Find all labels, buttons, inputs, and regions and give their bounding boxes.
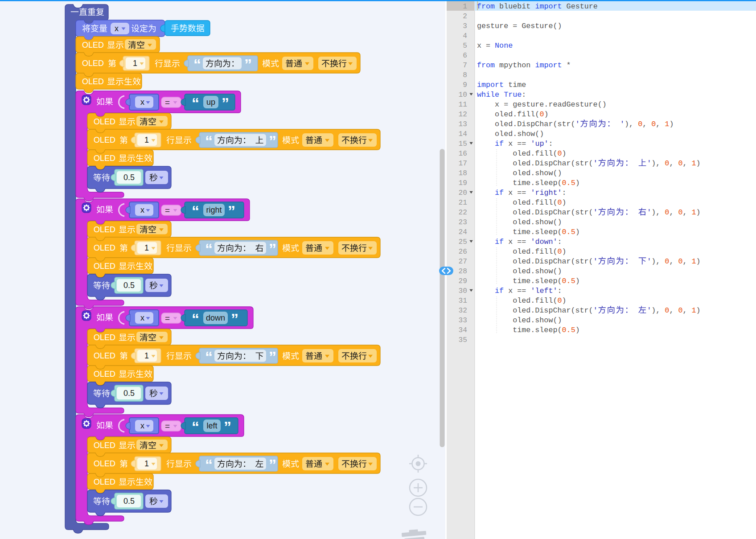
svg-text:1: 1 <box>463 3 467 11</box>
svg-text:1: 1 <box>692 257 696 266</box>
svg-text:0: 0 <box>665 159 669 168</box>
svg-text:15: 15 <box>459 140 467 148</box>
svg-text:8: 8 <box>463 71 467 79</box>
svg-text:0.5: 0.5 <box>123 497 135 506</box>
svg-text:7: 7 <box>463 62 467 70</box>
svg-text:x = gesture.readGesture(): x = gesture.readGesture() <box>477 100 607 109</box>
svg-text:0: 0 <box>558 198 562 207</box>
svg-text:oled.DispChar(str(: oled.DispChar(str( <box>477 120 575 128</box>
svg-text:': ' <box>647 159 651 168</box>
svg-text:18: 18 <box>459 169 467 177</box>
svg-text:): ) <box>575 277 580 285</box>
svg-text:oled.DispChar(str(: oled.DispChar(str( <box>477 306 593 315</box>
svg-text:=: = <box>165 206 170 215</box>
svg-text:': ' <box>593 208 598 217</box>
svg-text:),: ), <box>651 159 665 168</box>
svg-text:3: 3 <box>463 22 467 30</box>
svg-text:0.5: 0.5 <box>562 326 575 334</box>
svg-text:x: x <box>115 24 119 33</box>
svg-text:x ==: x == <box>504 238 530 246</box>
svg-text:0: 0 <box>539 110 544 119</box>
svg-text:time.sleep(: time.sleep( <box>477 228 562 236</box>
svg-text:if: if <box>477 189 504 197</box>
svg-text:,: , <box>683 306 692 315</box>
svg-text:): ) <box>562 296 567 305</box>
svg-text:if: if <box>477 287 504 295</box>
svg-text:oled.DispChar(str(: oled.DispChar(str( <box>477 257 593 266</box>
svg-text:oled.show(): oled.show() <box>477 130 544 138</box>
svg-text:23: 23 <box>459 218 467 226</box>
svg-text:OLED: OLED <box>94 441 115 450</box>
svg-text:,: , <box>669 306 678 315</box>
svg-text:oled.show(): oled.show() <box>477 316 562 325</box>
svg-text:': ' <box>593 257 598 266</box>
svg-text:16: 16 <box>459 150 467 158</box>
svg-text:'left': 'left' <box>530 287 557 295</box>
svg-text:“: “ <box>205 132 213 149</box>
svg-text:True: True <box>504 91 522 99</box>
svg-text:1: 1 <box>665 120 669 128</box>
svg-text:”: ” <box>231 310 238 327</box>
svg-text:0.5: 0.5 <box>123 173 135 182</box>
svg-text::: : <box>549 140 553 148</box>
svg-text:x: x <box>140 421 144 430</box>
svg-text:28: 28 <box>459 267 467 276</box>
svg-text:1: 1 <box>692 159 696 168</box>
svg-text:': ' <box>593 306 598 315</box>
svg-text:”: ” <box>269 132 276 149</box>
svg-text:20: 20 <box>459 189 467 197</box>
svg-text:x: x <box>140 98 144 107</box>
svg-text:oled.DispChar(str(: oled.DispChar(str( <box>477 208 593 217</box>
svg-text:'up': 'up' <box>530 140 548 148</box>
svg-text:': ' <box>647 306 651 315</box>
svg-text:time.sleep(: time.sleep( <box>477 326 562 334</box>
svg-text:9: 9 <box>463 81 467 89</box>
svg-text:“: “ <box>192 310 199 327</box>
svg-text:0.5: 0.5 <box>562 228 575 236</box>
svg-text:OLED: OLED <box>94 370 115 379</box>
svg-text:,: , <box>683 159 692 168</box>
svg-text:22: 22 <box>459 209 467 217</box>
svg-text:import: import <box>535 2 562 11</box>
svg-text:35: 35 <box>459 336 467 344</box>
svg-text:x: x <box>140 313 144 322</box>
svg-text:1: 1 <box>692 306 696 315</box>
svg-text:24: 24 <box>459 228 467 236</box>
svg-text:oled.fill(: oled.fill( <box>477 149 557 158</box>
svg-text:OLED: OLED <box>82 41 104 49</box>
svg-text:x ==: x == <box>504 140 530 148</box>
svg-text:if: if <box>477 238 504 246</box>
svg-text:”: ” <box>224 418 231 435</box>
svg-text:time: time <box>504 81 526 89</box>
svg-text:x: x <box>140 206 144 214</box>
svg-text:oled.DispChar(str(: oled.DispChar(str( <box>477 159 593 168</box>
svg-text:2: 2 <box>463 12 467 21</box>
svg-text:0.5: 0.5 <box>123 281 135 290</box>
svg-text::: : <box>558 238 562 246</box>
svg-text:): ) <box>696 208 701 217</box>
svg-text:OLED: OLED <box>94 225 115 234</box>
svg-text:0: 0 <box>558 149 562 158</box>
svg-text:): ) <box>696 159 701 168</box>
svg-text:“: “ <box>192 418 199 435</box>
svg-text:OLED: OLED <box>94 136 115 144</box>
svg-text:26: 26 <box>459 248 467 256</box>
svg-text:): ) <box>575 228 580 236</box>
svg-text:11: 11 <box>459 101 467 109</box>
svg-text:0: 0 <box>558 247 562 256</box>
svg-text:while: while <box>477 91 499 99</box>
svg-text:0: 0 <box>678 159 682 168</box>
svg-text:): ) <box>544 110 549 119</box>
svg-text:0: 0 <box>558 296 562 305</box>
svg-text:0.5: 0.5 <box>123 389 135 398</box>
svg-text:right: right <box>206 206 222 214</box>
svg-text:': ' <box>647 257 651 266</box>
svg-text:21: 21 <box>459 199 467 207</box>
svg-text:31: 31 <box>459 297 467 305</box>
svg-text:OLED: OLED <box>94 459 115 468</box>
svg-text:),: ), <box>651 257 665 266</box>
svg-text:x ==: x == <box>504 287 530 295</box>
svg-text:if: if <box>477 140 504 148</box>
svg-text:): ) <box>575 179 580 187</box>
svg-text:),: ), <box>625 120 638 128</box>
